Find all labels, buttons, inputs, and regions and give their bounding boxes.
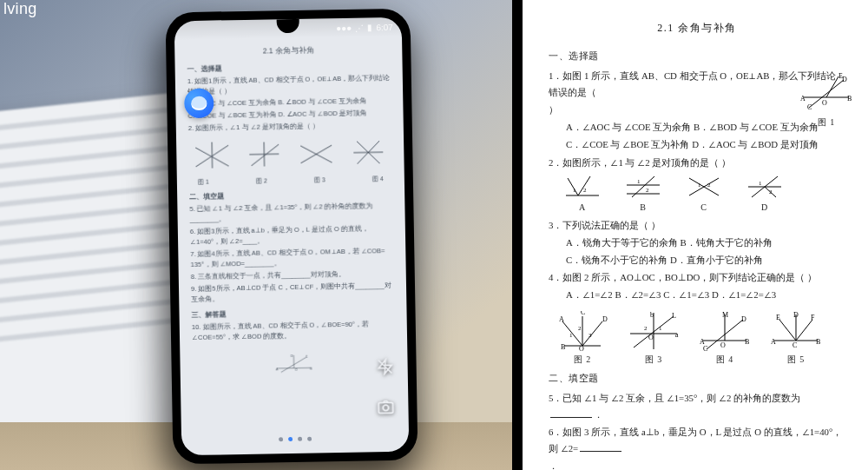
svg-text:2: 2: [578, 325, 582, 332]
dot: [307, 437, 312, 441]
svg-line-84: [796, 320, 812, 341]
svg-text:1: 1: [637, 178, 641, 185]
svg-point-22: [383, 405, 389, 411]
scanned-document-view: 2.1 余角与补角 一、选择题 1. 如图1所示，直线 AB、CD 相交于点 O…: [174, 17, 408, 380]
q1-options-b: C．∠COE 与 ∠BOE 互为补角 D．∠AOC 与 ∠BOD 是对顶角: [549, 136, 845, 153]
svg-text:D: D: [741, 315, 746, 323]
svg-text:M: M: [722, 311, 728, 319]
figure-1: AB CD EO 图 1: [800, 73, 852, 130]
figure-captions: 图 1图 2 图 3图 4: [189, 174, 392, 187]
svg-text:B: B: [310, 367, 312, 370]
svg-text:1: 1: [659, 325, 662, 332]
document-panel: 2.1 余角与补角 一、选择题 1．如图 1 所示，直线 AB、CD 相交于点 …: [523, 0, 868, 470]
svg-text:1: 1: [759, 180, 762, 187]
svg-text:3: 3: [589, 332, 592, 339]
svg-text:B: B: [745, 338, 749, 346]
q6: 6．如图 3 所示，直线 a⊥b，垂足为 O，L 是过点 O 的直线，∠1=40…: [549, 424, 845, 457]
svg-text:D: D: [793, 311, 799, 319]
q6: 6. 如图3所示，直线 a⊥b，垂足为 O，L 是过点 O 的直线，∠1=40°…: [190, 223, 393, 248]
q3-options-b: C．锐角不小于它的补角 D．直角小于它的补角: [549, 252, 845, 268]
svg-text:E: E: [838, 73, 843, 80]
svg-text:A: A: [559, 315, 564, 323]
q6b: ．: [549, 458, 845, 470]
figure-4: AB CD MO 图 4: [698, 311, 752, 367]
blank: [550, 409, 592, 418]
figures-2-5: CA DB O 123 图 2 ab LO 12 图 3: [556, 311, 845, 367]
svg-text:B: B: [816, 338, 820, 346]
camera-shutter-icon[interactable]: [375, 396, 396, 417]
q5: 5. 已知 ∠1 与 ∠2 互余，且 ∠1=35°，则 ∠2 的补角的度数为__…: [189, 201, 392, 225]
worksheet-document: 2.1 余角与补角 一、选择题 1．如图 1 所示，直线 AB、CD 相交于点 …: [523, 0, 868, 470]
clock-text: 6:07: [376, 22, 393, 31]
svg-text:D: D: [602, 315, 608, 323]
svg-text:1: 1: [573, 187, 576, 194]
svg-text:D: D: [291, 354, 293, 358]
svg-rect-21: [378, 402, 393, 413]
q9: 9. 如图5所示，AB⊥CD 于点 C，CE⊥CF，则图中共有________对…: [191, 281, 394, 305]
dot: [279, 437, 283, 441]
svg-text:2: 2: [644, 325, 648, 332]
panel-divider: [512, 0, 523, 470]
svg-text:B: B: [847, 95, 852, 103]
svg-text:1: 1: [698, 182, 701, 189]
section-2-heading: 二、填空题: [549, 370, 845, 387]
svg-text:C: C: [581, 311, 585, 316]
q5: 5．已知 ∠1 与 ∠2 互余，且 ∠1=35°，则 ∠2 的补角的度数为．: [549, 390, 845, 423]
svg-text:2: 2: [707, 182, 711, 189]
svg-text:O: O: [822, 99, 827, 107]
wifi-icon: ⋰: [355, 23, 364, 32]
svg-text:C: C: [807, 103, 812, 109]
stage: lving ●●● ⋰ ▮ 6:07 2.1 余角与补角: [0, 0, 868, 470]
svg-text:A: A: [771, 338, 776, 346]
svg-text:2: 2: [646, 187, 649, 194]
figure-3: ab LO 12 图 3: [627, 311, 681, 367]
q7: 7. 如图4所示，直线 AB、CD 相交于点 O，OM⊥AB，若 ∠COB= 1…: [190, 246, 393, 270]
q2-figures: 12A 12B 12C 12D: [564, 175, 845, 215]
svg-text:C: C: [792, 341, 797, 349]
svg-line-83: [779, 320, 796, 341]
doc-title: 2.1 余角与补角: [187, 43, 390, 59]
svg-text:2: 2: [769, 189, 773, 195]
svg-text:D: D: [842, 76, 847, 83]
q2: 2. 如图所示，∠1 与 ∠2 是对顶角的是（ ）: [188, 120, 391, 134]
svg-line-54: [582, 321, 602, 346]
svg-text:O: O: [295, 368, 298, 372]
q2: 2．如图所示，∠1 与 ∠2 是对顶角的是（ ）: [549, 155, 845, 171]
section-1-heading: 一、选择题: [549, 48, 845, 64]
doc-title: 2.1 余角与补角: [549, 19, 845, 37]
svg-text:F: F: [811, 314, 815, 321]
svg-text:C: C: [703, 345, 707, 351]
svg-text:O: O: [579, 345, 584, 351]
phone-screen[interactable]: ●●● ⋰ ▮ 6:07 2.1 余角与补角 一、选择题 1. 如图1所示，直线…: [174, 17, 410, 455]
figure-5: AB EF DC 图 5: [769, 311, 823, 367]
svg-line-2: [212, 142, 213, 168]
svg-text:E: E: [776, 314, 780, 321]
q10-figure: A B D C O: [195, 347, 392, 380]
figure-2: CA DB O 123 图 2: [556, 311, 609, 367]
dot: [298, 437, 302, 441]
svg-line-5: [251, 144, 279, 166]
q1: 1. 如图1所示，直线 AB、CD 相交于点 O，OE⊥AB，那么下列结论错误的…: [187, 73, 391, 97]
svg-text:1: 1: [569, 332, 573, 339]
photo-panel: lving ●●● ⋰ ▮ 6:07 2.1 余角与补角: [0, 0, 512, 470]
svg-text:C: C: [306, 355, 308, 359]
battery-icon: ▮: [367, 23, 372, 32]
svg-text:B: B: [561, 343, 565, 351]
q10: 10. 如图所示，直线 AB、CD 相交于点 O，∠BOE=90°，若 ∠COE…: [192, 319, 395, 343]
figure-1-caption: 图 1: [800, 115, 852, 130]
camera-controls: [374, 356, 396, 417]
svg-text:2: 2: [583, 187, 587, 194]
svg-text:O: O: [720, 341, 726, 349]
dot-active: [288, 437, 293, 441]
figure-row: [192, 137, 389, 170]
page-indicator: [279, 437, 312, 442]
svg-text:a: a: [675, 331, 679, 339]
q3: 3．下列说法正确的是（ ）: [549, 217, 845, 234]
svg-text:b: b: [650, 311, 654, 319]
q3-options-a: A．锐角大于等于它的余角 B．钝角大于它的补角: [549, 235, 845, 251]
flash-toggle-icon[interactable]: [374, 356, 395, 377]
q4: 4．如图 2 所示，AO⊥OC，BO⊥DO，则下列结论正确的是（ ）: [549, 269, 845, 286]
svg-line-25: [826, 76, 838, 97]
blank: [580, 443, 621, 452]
svg-text:O: O: [648, 334, 654, 341]
